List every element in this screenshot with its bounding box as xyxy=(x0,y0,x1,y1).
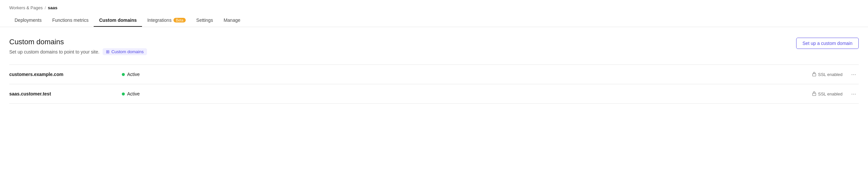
breadcrumb-separator: / xyxy=(45,5,46,10)
top-header: Workers & Pages / saas DeploymentsFuncti… xyxy=(0,0,868,27)
setup-custom-domain-button[interactable]: Set up a custom domain xyxy=(796,38,859,49)
tab-label-deployments: Deployments xyxy=(14,17,42,23)
ssl-text: SSL enabled xyxy=(818,91,842,97)
domain-status: Active xyxy=(122,91,175,97)
breadcrumb-current: saas xyxy=(48,5,58,10)
main-content: Custom domains Set up custom domains to … xyxy=(0,27,868,114)
ssl-text: SSL enabled xyxy=(818,72,842,77)
section-title: Custom domains xyxy=(9,38,147,46)
svg-rect-1 xyxy=(813,93,816,96)
tab-functions-metrics[interactable]: Functions metrics xyxy=(47,14,94,27)
domain-name: saas.customer.test xyxy=(9,91,122,97)
domain-row: customers.example.comActiveSSL enabled··… xyxy=(9,65,859,84)
more-options-button[interactable]: ··· xyxy=(848,71,859,78)
section-description: Set up custom domains to point to your s… xyxy=(9,48,147,55)
domain-name: customers.example.com xyxy=(9,72,122,77)
status-text: Active xyxy=(127,91,140,97)
tab-integrations[interactable]: IntegrationsBeta xyxy=(142,14,191,27)
tab-label-integrations: Integrations xyxy=(147,17,172,23)
tabs-nav: DeploymentsFunctions metricsCustom domai… xyxy=(9,14,859,27)
doc-link-icon: ⊞ xyxy=(106,49,110,54)
domain-row: saas.customer.testActiveSSL enabled··· xyxy=(9,84,859,104)
breadcrumb: Workers & Pages / saas xyxy=(9,5,859,10)
tab-manage[interactable]: Manage xyxy=(218,14,246,27)
section-header: Custom domains Set up custom domains to … xyxy=(9,38,859,55)
tab-custom-domains[interactable]: Custom domains xyxy=(94,14,142,27)
doc-link-label: Custom domains xyxy=(111,49,144,54)
domain-status: Active xyxy=(122,72,175,77)
lock-icon xyxy=(812,72,816,77)
domain-ssl: SSL enabled xyxy=(812,91,842,97)
domains-table: customers.example.comActiveSSL enabled··… xyxy=(9,65,859,104)
status-dot xyxy=(122,92,125,96)
more-options-button[interactable]: ··· xyxy=(848,90,859,98)
doc-link-button[interactable]: ⊞ Custom domains xyxy=(103,48,147,55)
svg-rect-0 xyxy=(813,74,816,76)
tab-deployments[interactable]: Deployments xyxy=(9,14,47,27)
status-dot xyxy=(122,73,125,76)
lock-icon xyxy=(812,91,816,97)
tab-label-custom-domains: Custom domains xyxy=(99,17,137,23)
breadcrumb-parent[interactable]: Workers & Pages xyxy=(9,5,43,10)
tab-label-settings: Settings xyxy=(196,17,213,23)
tab-settings[interactable]: Settings xyxy=(191,14,218,27)
section-title-block: Custom domains Set up custom domains to … xyxy=(9,38,147,55)
tab-label-functions-metrics: Functions metrics xyxy=(52,17,89,23)
tab-label-manage: Manage xyxy=(223,17,240,23)
domain-ssl: SSL enabled xyxy=(812,72,842,77)
status-text: Active xyxy=(127,72,140,77)
tab-badge-integrations: Beta xyxy=(174,18,186,23)
section-description-text: Set up custom domains to point to your s… xyxy=(9,49,99,54)
